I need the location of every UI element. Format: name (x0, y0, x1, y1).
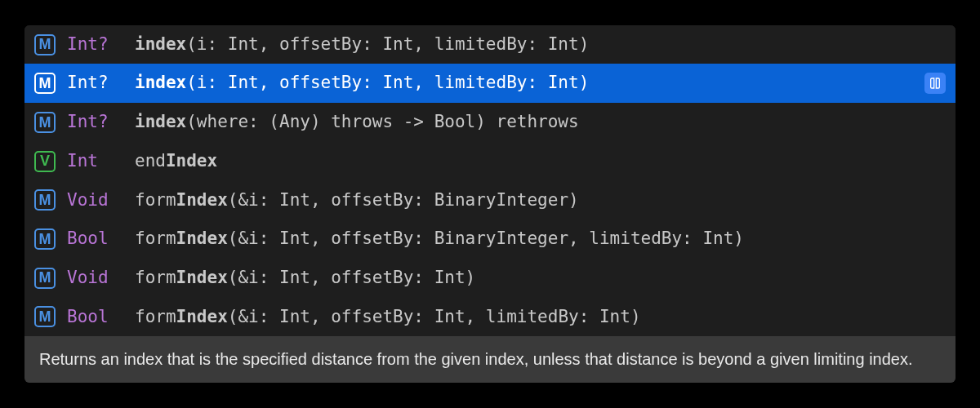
return-type: Void (67, 264, 128, 293)
signature: formIndex(&i: Int, offsetBy: Int) (135, 264, 475, 293)
method-badge-icon: M (34, 306, 56, 327)
return-type: Bool (67, 224, 128, 254)
method-badge-icon: M (34, 268, 56, 289)
signature: formIndex(&i: Int, offsetBy: BinaryInteg… (135, 186, 579, 215)
return-type: Int (67, 147, 128, 176)
method-badge-icon: M (34, 112, 56, 133)
return-type: Bool (67, 303, 128, 332)
method-badge-icon: M (34, 228, 56, 250)
method-badge-icon: M (34, 34, 56, 55)
suggestion-row[interactable]: MInt?index(where: (Any) throws -> Bool) … (24, 103, 956, 142)
signature: formIndex(&i: Int, offsetBy: BinaryInteg… (135, 224, 744, 254)
signature: formIndex(&i: Int, offsetBy: Int, limite… (135, 303, 641, 332)
variable-badge-icon: V (34, 151, 56, 172)
signature: endIndex (135, 147, 217, 176)
suggestion-row[interactable]: VIntendIndex (24, 142, 956, 181)
code-completion-popup: MInt?index(i: Int, offsetBy: Int, limite… (24, 25, 956, 384)
signature: index(i: Int, offsetBy: Int, limitedBy: … (135, 30, 589, 60)
documentation-summary: Returns an index that is the specified d… (24, 336, 956, 383)
suggestion-row[interactable]: MVoidformIndex(&i: Int, offsetBy: Int) (24, 259, 956, 298)
suggestion-row[interactable]: MBoolformIndex(&i: Int, offsetBy: Binary… (24, 220, 956, 259)
documentation-icon[interactable] (924, 73, 946, 94)
signature: index(where: (Any) throws -> Bool) rethr… (135, 108, 579, 137)
return-type: Int? (67, 108, 128, 137)
return-type: Void (67, 186, 128, 215)
suggestions-list: MInt?index(i: Int, offsetBy: Int, limite… (24, 25, 956, 337)
suggestion-row[interactable]: MVoidformIndex(&i: Int, offsetBy: Binary… (24, 181, 956, 220)
method-badge-icon: M (34, 189, 56, 211)
suggestion-row[interactable]: MInt?index(i: Int, offsetBy: Int, limite… (24, 64, 956, 103)
suggestion-row[interactable]: MInt?index(i: Int, offsetBy: Int, limite… (24, 25, 956, 64)
method-badge-icon: M (34, 73, 56, 94)
suggestion-row[interactable]: MBoolformIndex(&i: Int, offsetBy: Int, l… (24, 298, 956, 337)
return-type: Int? (67, 30, 128, 60)
signature: index(i: Int, offsetBy: Int, limitedBy: … (135, 69, 589, 98)
return-type: Int? (67, 69, 128, 98)
